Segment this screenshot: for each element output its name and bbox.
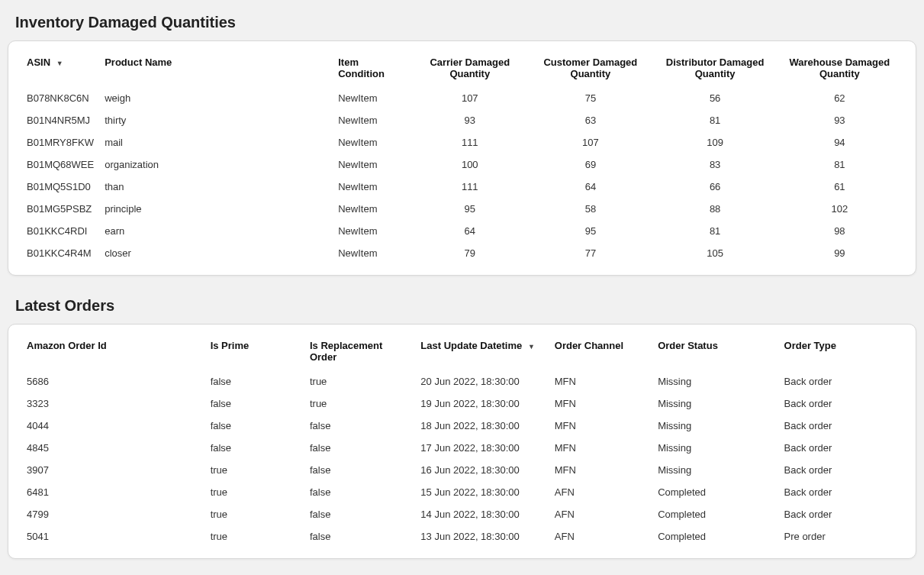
col-carrier-damaged[interactable]: Carrier Damaged Quantity [411, 50, 528, 87]
cell-order-status: Missing [653, 459, 779, 481]
table-row[interactable]: 5041truefalse13 Jun 2022, 18:30:00AFNCom… [22, 525, 902, 548]
cell-distributor: 105 [653, 242, 778, 264]
table-row[interactable]: B01MG5PSBZprincipleNewItem955888102 [22, 198, 902, 220]
cell-product-name: earn [100, 220, 333, 242]
table-row[interactable]: B01MQ68WEEorganizationNewItem100698381 [22, 153, 902, 176]
cell-carrier: 107 [411, 87, 528, 109]
cell-item-condition: NewItem [333, 87, 411, 109]
col-order-status[interactable]: Order Status [653, 334, 779, 370]
cell-carrier: 95 [411, 198, 528, 220]
cell-distributor: 66 [653, 176, 778, 198]
table-row[interactable]: B01KKC4R4McloserNewItem797710599 [22, 242, 902, 264]
cell-customer: 58 [528, 198, 652, 220]
cell-order-id: 4044 [22, 415, 206, 437]
cell-warehouse: 61 [778, 176, 902, 198]
cell-last-update: 14 Jun 2022, 18:30:00 [416, 503, 549, 525]
cell-order-type: Pre order [780, 525, 902, 548]
cell-order-id: 4845 [22, 437, 206, 459]
col-item-condition[interactable]: Item Condition [333, 50, 411, 87]
table-row[interactable]: B01MQ5S1D0thanNewItem111646661 [22, 176, 902, 198]
sort-desc-icon: ▼ [528, 343, 535, 350]
cell-item-condition: NewItem [333, 220, 411, 242]
cell-order-channel: MFN [550, 370, 653, 392]
cell-last-update: 13 Jun 2022, 18:30:00 [416, 525, 549, 548]
cell-customer: 64 [528, 176, 652, 198]
table-row[interactable]: B01KKC4RDIearnNewItem64958198 [22, 220, 902, 242]
cell-is-replacement: false [305, 437, 416, 459]
table-row[interactable]: 4044falsefalse18 Jun 2022, 18:30:00MFNMi… [22, 415, 902, 437]
col-distributor-damaged[interactable]: Distributor Damaged Quantity [653, 50, 778, 87]
cell-distributor: 83 [653, 153, 778, 176]
cell-asin: B078NK8C6N [22, 87, 100, 109]
col-is-replacement[interactable]: Is Replacement Order [305, 334, 416, 370]
inventory-card: ASIN ▼ Product Name Item Condition Carri… [8, 40, 916, 276]
cell-order-status: Missing [653, 415, 779, 437]
cell-product-name: than [100, 176, 333, 198]
cell-warehouse: 98 [778, 220, 902, 242]
cell-product-name: thirty [100, 109, 333, 131]
cell-order-channel: MFN [550, 459, 653, 481]
cell-last-update: 20 Jun 2022, 18:30:00 [416, 370, 549, 392]
cell-order-id: 6481 [22, 481, 206, 503]
cell-is-replacement: false [305, 481, 416, 503]
cell-order-channel: AFN [550, 525, 653, 548]
cell-is-prime: false [206, 392, 305, 415]
col-is-prime[interactable]: Is Prime [206, 334, 305, 370]
table-row[interactable]: 4845falsefalse17 Jun 2022, 18:30:00MFNMi… [22, 437, 902, 459]
orders-card: Amazon Order Id Is Prime Is Replacement … [8, 324, 916, 559]
col-order-type[interactable]: Order Type [780, 334, 902, 370]
table-row[interactable]: B078NK8C6NweighNewItem107755662 [22, 87, 902, 109]
cell-item-condition: NewItem [333, 242, 411, 264]
cell-order-type: Back order [780, 415, 902, 437]
orders-table: Amazon Order Id Is Prime Is Replacement … [22, 334, 902, 548]
cell-distributor: 88 [653, 198, 778, 220]
table-row[interactable]: B01MRY8FKWmailNewItem11110710994 [22, 131, 902, 153]
cell-last-update: 17 Jun 2022, 18:30:00 [416, 437, 549, 459]
col-last-update-label: Last Update Datetime [420, 340, 522, 351]
col-order-id[interactable]: Amazon Order Id [22, 334, 206, 370]
cell-distributor: 109 [653, 131, 778, 153]
cell-carrier: 93 [411, 109, 528, 131]
cell-item-condition: NewItem [333, 131, 411, 153]
cell-order-status: Missing [653, 370, 779, 392]
cell-order-channel: MFN [550, 415, 653, 437]
cell-warehouse: 81 [778, 153, 902, 176]
cell-order-type: Back order [780, 437, 902, 459]
cell-warehouse: 102 [778, 198, 902, 220]
table-row[interactable]: 5686falsetrue20 Jun 2022, 18:30:00MFNMis… [22, 370, 902, 392]
cell-last-update: 19 Jun 2022, 18:30:00 [416, 392, 549, 415]
cell-distributor: 81 [653, 109, 778, 131]
cell-is-replacement: false [305, 459, 416, 481]
table-row[interactable]: B01N4NR5MJthirtyNewItem93638193 [22, 109, 902, 131]
col-order-channel[interactable]: Order Channel [550, 334, 653, 370]
cell-warehouse: 62 [778, 87, 902, 109]
cell-order-status: Completed [653, 503, 779, 525]
col-asin-label: ASIN [27, 57, 50, 68]
cell-is-replacement: false [305, 415, 416, 437]
cell-order-id: 5686 [22, 370, 206, 392]
table-row[interactable]: 3323falsetrue19 Jun 2022, 18:30:00MFNMis… [22, 392, 902, 415]
table-row[interactable]: 4799truefalse14 Jun 2022, 18:30:00AFNCom… [22, 503, 902, 525]
cell-is-prime: false [206, 370, 305, 392]
cell-order-type: Back order [780, 503, 902, 525]
cell-carrier: 79 [411, 242, 528, 264]
cell-product-name: mail [100, 131, 333, 153]
cell-last-update: 18 Jun 2022, 18:30:00 [416, 415, 549, 437]
col-customer-damaged[interactable]: Customer Damaged Quantity [528, 50, 652, 87]
cell-warehouse: 93 [778, 109, 902, 131]
cell-item-condition: NewItem [333, 176, 411, 198]
table-row[interactable]: 6481truefalse15 Jun 2022, 18:30:00AFNCom… [22, 481, 902, 503]
cell-product-name: principle [100, 198, 333, 220]
cell-is-prime: false [206, 437, 305, 459]
col-asin[interactable]: ASIN ▼ [22, 50, 100, 87]
col-product-name[interactable]: Product Name [100, 50, 333, 87]
cell-order-status: Missing [653, 392, 779, 415]
col-warehouse-damaged[interactable]: Warehouse Damaged Quantity [778, 50, 902, 87]
cell-is-replacement: false [305, 503, 416, 525]
col-last-update[interactable]: Last Update Datetime ▼ [416, 334, 549, 370]
table-row[interactable]: 3907truefalse16 Jun 2022, 18:30:00MFNMis… [22, 459, 902, 481]
cell-customer: 95 [528, 220, 652, 242]
cell-customer: 75 [528, 87, 652, 109]
cell-is-prime: true [206, 525, 305, 548]
cell-customer: 63 [528, 109, 652, 131]
